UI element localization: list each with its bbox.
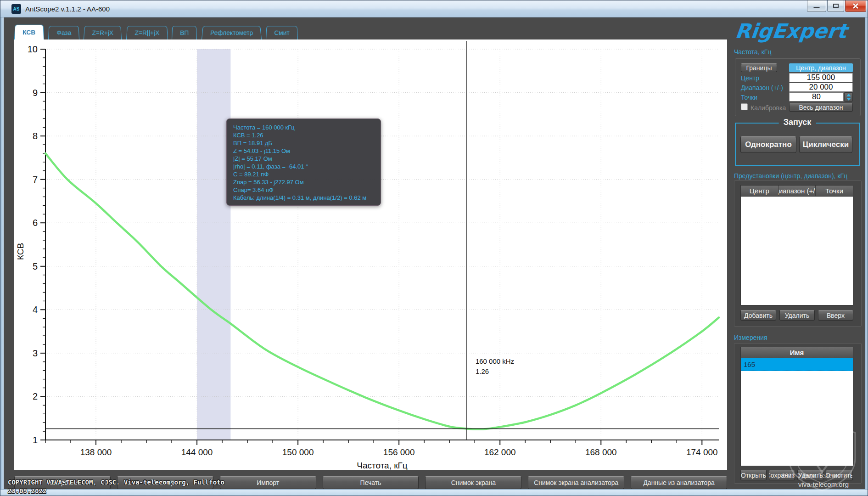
tooltip-line: Zпар = 56.33 - j272.97 Ом [233, 178, 374, 186]
run-single-button[interactable]: Однократно [740, 136, 796, 153]
svg-text:150 000: 150 000 [282, 447, 314, 457]
svg-text:174 000: 174 000 [686, 447, 718, 457]
svg-text:138 000: 138 000 [80, 447, 112, 457]
svg-text:160 000 kHz: 160 000 kHz [476, 357, 514, 365]
run-cyclic-button[interactable]: Циклически [799, 136, 852, 153]
measurements-table-header: Имя [740, 347, 853, 358]
screenshot-button[interactable]: Снимок экрана [425, 476, 521, 489]
measurement-save-button[interactable]: Сохранить [769, 470, 795, 480]
presets-col-span: Диапазон (+/-) [778, 186, 816, 196]
measurements-col-name: Имя [741, 347, 853, 358]
points-stepper[interactable] [845, 92, 853, 101]
svg-text:7: 7 [33, 175, 38, 185]
run-title: Запуск [779, 118, 816, 127]
svg-text:144 000: 144 000 [181, 447, 213, 457]
import-button[interactable]: Импорт [220, 476, 316, 489]
analyzer-screenshot-button[interactable]: Снимок экрана анализатора [528, 476, 624, 489]
tab-reflectometer[interactable]: Рефлектометр [202, 26, 262, 39]
copyright-watermark: COPYRIGHT VIVA-TELECOM, CJSC. Viva-telec… [8, 478, 224, 496]
tooltip-line: |Z| = 55.17 Ом [233, 155, 374, 163]
measurement-remove-button[interactable]: Удалить [797, 470, 823, 480]
maximize-icon [833, 4, 839, 8]
tooltip-line: C = 89.21 пФ [233, 170, 374, 178]
center-input[interactable]: 155 000 [789, 73, 853, 82]
tab-phase[interactable]: Фаза [48, 26, 79, 39]
svg-text:156 000: 156 000 [383, 447, 415, 457]
rigexpert-logo: RigExpert [732, 18, 865, 44]
tooltip-line: Частота = 160 000 кГц [233, 124, 374, 131]
preset-add-button[interactable]: Добавить [740, 310, 776, 321]
presets-col-points: Точки [816, 186, 853, 196]
measurement-row-selected[interactable]: 165 [741, 358, 853, 371]
measurements-section-label: Измерения [734, 334, 767, 341]
tab-swr[interactable]: КСВ [14, 25, 44, 39]
tooltip-line: Спар= 3.64 пФ [233, 186, 374, 194]
calibration-checkbox[interactable] [741, 103, 748, 110]
svg-text:10: 10 [28, 44, 38, 54]
spinner-up-icon [846, 94, 851, 96]
presets-col-center: Центр [741, 186, 778, 196]
maximize-button[interactable] [827, 0, 844, 12]
svg-text:5: 5 [33, 261, 38, 271]
minimize-button[interactable] [807, 0, 826, 12]
tab-z-series[interactable]: Z=R+jX [84, 26, 122, 39]
points-label: Точки [741, 94, 757, 101]
svg-text:1: 1 [33, 435, 38, 445]
svg-text:9: 9 [33, 88, 38, 98]
presets-section-label: Предустановки (центр, диапазон), кГц [734, 172, 847, 180]
tooltip-line: |rho| = 0.11, фаза = -64.01 ° [233, 163, 374, 170]
presets-list[interactable] [740, 197, 853, 305]
svg-text:RigExpert: RigExpert [734, 19, 851, 43]
app-icon: AS [11, 4, 21, 14]
svg-text:Частота, кГц: Частота, кГц [357, 461, 408, 470]
tab-z-parallel[interactable]: Z=R||+jX [126, 26, 168, 39]
minimize-icon [814, 7, 820, 8]
tab-return-loss[interactable]: ВП [172, 26, 197, 39]
measurement-clear-button[interactable]: Очистить [826, 470, 853, 480]
svg-text:8: 8 [33, 131, 38, 141]
print-button[interactable]: Печать [323, 476, 419, 489]
app-window: AS AntScope2 v.1.1.2 - AA-600 КСВ Фаза Z… [0, 0, 868, 496]
tooltip-line: Кабель: длина(1/4) = 0.31 м, длина(1/2) … [233, 194, 374, 202]
svg-text:6: 6 [33, 218, 38, 228]
tab-smith[interactable]: Смит [266, 26, 298, 39]
svg-text:1.26: 1.26 [476, 367, 489, 375]
svg-text:4: 4 [33, 304, 38, 315]
points-input[interactable]: 80 [789, 92, 844, 101]
tooltip-line: ВП = 18.91 дБ [233, 139, 374, 147]
span-input[interactable]: 20 000 [789, 83, 853, 92]
center-span-mode-button[interactable]: Центр, диапазон [789, 63, 853, 72]
tooltip-line: КСВ = 1.26 [233, 131, 374, 139]
measurement-tooltip: Частота = 160 000 кГц КСВ = 1.26 ВП = 18… [226, 118, 381, 206]
svg-text:3: 3 [33, 348, 38, 358]
window-frame-right [865, 17, 868, 496]
window-frame-left [0, 17, 4, 496]
full-range-button[interactable]: Весь диапазон [789, 103, 853, 112]
bounds-mode-button[interactable]: Границы [741, 63, 777, 72]
measurements-list[interactable] [740, 358, 853, 466]
svg-text:КСВ: КСВ [16, 243, 25, 260]
close-button[interactable] [845, 0, 866, 12]
svg-text:168 000: 168 000 [585, 447, 617, 457]
calibration-label: Калибровка [750, 104, 786, 112]
presets-table-header: Центр Диапазон (+/-) Точки [740, 185, 853, 197]
tooltip-line: Z = 54.03 - j11.15 Ом [233, 147, 374, 155]
svg-text:2: 2 [33, 391, 38, 401]
chart-plot[interactable]: 138 000144 000150 000156 000162 000168 0… [14, 39, 727, 470]
chart-panel: 138 000144 000150 000156 000162 000168 0… [14, 39, 727, 470]
frequency-section-label: Частота, кГц [734, 48, 771, 56]
analyzer-data-button[interactable]: Данные из анализатора [631, 476, 727, 489]
titlebar: AS AntScope2 v.1.1.2 - AA-600 [0, 0, 868, 17]
center-label: Центр [741, 74, 759, 82]
svg-text:162 000: 162 000 [484, 447, 516, 457]
span-label: Диапазон (+/-) [741, 84, 783, 91]
measurement-open-button[interactable]: Открыть [740, 470, 767, 480]
window-title: AntScope2 v.1.1.2 - AA-600 [25, 0, 110, 17]
preset-remove-button[interactable]: Удалить [779, 310, 815, 321]
tab-bar: КСВ Фаза Z=R+jX Z=R||+jX ВП Рефлектометр… [14, 21, 298, 39]
preset-up-button[interactable]: Вверх [818, 310, 853, 321]
spinner-down-icon [846, 98, 851, 101]
